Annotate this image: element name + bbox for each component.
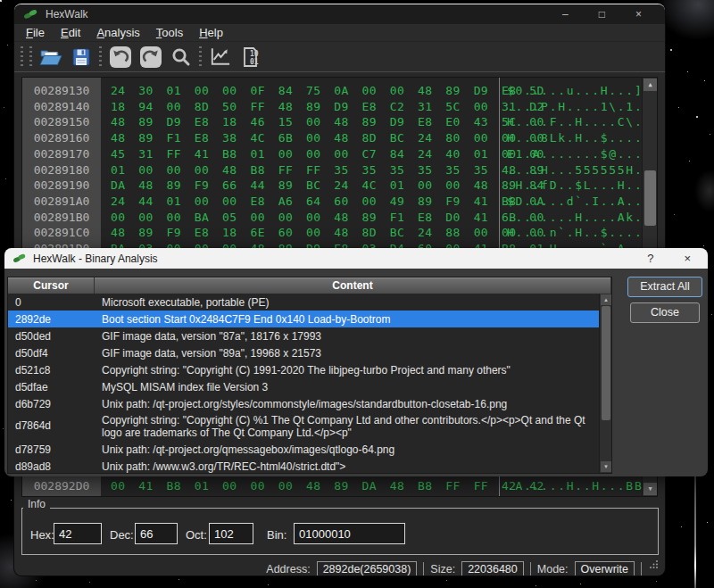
dialog-title-bar[interactable]: HexWalk - Binary Analysis ? × bbox=[4, 248, 708, 269]
redo-button[interactable] bbox=[138, 45, 162, 69]
hex-address: 00289190 bbox=[22, 178, 101, 194]
nebula-glow-right bbox=[694, 170, 714, 212]
dialog-help-button[interactable]: ? bbox=[647, 252, 653, 265]
hex-ascii[interactable]: ....H...555555H. bbox=[507, 162, 643, 178]
toolbar-drag-handle[interactable] bbox=[99, 46, 102, 68]
hex-bytes[interactable]: DA 48 89 F9 66 44 89 BC 24 4C 01 00 00 4… bbox=[111, 178, 544, 194]
table-row-selected[interactable]: 2892de Boot section Start 0x2484C7F9 End… bbox=[8, 311, 599, 327]
mode-value[interactable]: Overwrite bbox=[575, 561, 635, 576]
hex-ascii[interactable]: .A.....H..H...BB bbox=[507, 478, 643, 494]
close-dialog-button[interactable]: Close bbox=[630, 302, 700, 323]
menu-file[interactable]: File bbox=[18, 25, 53, 40]
dec-field[interactable] bbox=[135, 523, 178, 544]
table-row[interactable]: d50df4 GIF image data, version "89a", 19… bbox=[8, 344, 599, 361]
hex-bytes[interactable]: 18 94 00 8D 50 FF 48 89 D9 E8 C2 31 5C 0… bbox=[111, 99, 544, 115]
hex-row: 00289150 48 89 D9 E8 18 46 15 00 48 89 D… bbox=[22, 114, 657, 130]
row-content: GIF image data, version "87a", 18176 x 1… bbox=[95, 330, 599, 343]
toolbar-drag-handle[interactable] bbox=[199, 46, 202, 68]
table-row[interactable]: 0 Microsoft executable, portable (PE) bbox=[8, 294, 599, 311]
row-content: Unix path: /qt-project.org/styles/common… bbox=[95, 398, 599, 410]
scroll-up-icon[interactable]: ▲ bbox=[601, 294, 611, 305]
undo-button[interactable] bbox=[108, 45, 132, 69]
hex-row: 002892D0 00 41 B8 01 00 00 00 48 89 DA 4… bbox=[22, 478, 657, 494]
hex-address: 002892D0 bbox=[22, 478, 101, 494]
row-content: Unix path: /qt-project.org/qmessagebox/i… bbox=[95, 443, 599, 456]
menu-analysis[interactable]: Analysis bbox=[88, 25, 147, 40]
maximize-button[interactable]: □ bbox=[599, 8, 605, 21]
minimize-button[interactable]: – bbox=[562, 8, 569, 21]
hex-ascii[interactable]: ....P.H....1\.1. bbox=[507, 99, 643, 115]
table-row[interactable]: d50ded GIF image data, version "87a", 18… bbox=[8, 327, 599, 344]
open-folder-icon bbox=[39, 47, 62, 67]
search-button[interactable] bbox=[169, 45, 193, 69]
table-row[interactable]: d5dfae MySQL MISAM index file Version 3 bbox=[8, 378, 599, 395]
save-floppy-icon bbox=[71, 47, 91, 67]
title-bar[interactable]: HexWalk – □ × bbox=[14, 4, 665, 24]
hex-ascii[interactable]: BBBBH....60`.H.. bbox=[507, 494, 643, 497]
hex-address: 00289140 bbox=[22, 99, 101, 115]
size-value: 22036480 bbox=[461, 561, 524, 576]
extract-all-button[interactable]: Extract All bbox=[627, 277, 702, 297]
menu-help[interactable]: Help bbox=[191, 25, 231, 40]
analysis-chart-button[interactable] bbox=[208, 45, 232, 69]
table-row[interactable]: d7864d Copyright string: "Copyright (C) … bbox=[8, 412, 599, 441]
table-row[interactable]: d89ad8 Unix path: /www.w3.org/TR/REC-htm… bbox=[8, 458, 599, 473]
hex-bytes[interactable]: 24 30 01 00 00 0F 84 75 0A 00 00 48 89 D… bbox=[111, 83, 544, 99]
hex-converter-button[interactable]: 10 01 bbox=[238, 45, 262, 69]
content-column-header[interactable]: Content bbox=[95, 277, 611, 294]
hex-ascii[interactable]: $0.....u...H...] bbox=[507, 83, 643, 99]
row-cursor: d50df4 bbox=[8, 347, 95, 360]
bin-label: Bin: bbox=[267, 528, 286, 542]
bin-field[interactable] bbox=[294, 523, 405, 544]
dec-label: Dec: bbox=[110, 528, 134, 542]
row-content: Copyright string: "Copyright (C) 1991-20… bbox=[95, 364, 599, 377]
open-file-button[interactable] bbox=[38, 45, 62, 69]
hex-bytes[interactable]: 24 44 01 00 00 E8 A6 64 60 00 49 89 F9 4… bbox=[111, 194, 544, 210]
hex-bytes[interactable]: 01 00 00 00 48 B8 FF FF 35 35 35 35 35 3… bbox=[111, 162, 544, 178]
scroll-down-icon[interactable]: ▼ bbox=[601, 461, 611, 472]
hex-row: 002891B0 00 00 00 BA 05 00 00 00 48 89 F… bbox=[22, 210, 657, 226]
row-content: Unix path: /www.w3.org/TR/REC-html40/str… bbox=[95, 460, 599, 473]
hex-bytes[interactable]: 48 89 D9 E8 18 46 15 00 48 89 D9 E8 E0 4… bbox=[111, 114, 544, 130]
row-cursor: d6b729 bbox=[8, 398, 95, 410]
row-cursor: 2892de bbox=[8, 313, 95, 326]
save-file-button[interactable] bbox=[69, 45, 93, 69]
hex-row: 002891C0 48 89 F9 E8 18 6E 60 00 48 8D B… bbox=[22, 225, 657, 241]
hex-ascii[interactable]: ........H....Ak. bbox=[507, 210, 643, 226]
oct-field[interactable] bbox=[209, 523, 253, 544]
hex-ascii[interactable]: H....F..H....C\. bbox=[507, 114, 643, 130]
menu-tools[interactable]: Tools bbox=[148, 25, 191, 40]
hex-bytes[interactable]: 48 89 F1 E8 38 4C 6B 00 48 8D BC 24 80 0… bbox=[111, 130, 544, 146]
close-button[interactable]: × bbox=[635, 8, 642, 21]
toolbar-drag-handle[interactable] bbox=[29, 46, 32, 68]
toolbar-drag-handle[interactable] bbox=[21, 46, 23, 68]
scrollbar-thumb[interactable] bbox=[644, 170, 656, 226]
scroll-down-icon[interactable]: ▼ bbox=[643, 483, 657, 495]
hex-bytes[interactable]: 00 00 00 BA 05 00 00 00 48 89 F1 E8 D0 4… bbox=[111, 210, 544, 226]
table-row[interactable]: d78759 Unix path: /qt-project.org/qmessa… bbox=[8, 441, 599, 458]
hex-field[interactable] bbox=[54, 523, 102, 544]
hex-label: Hex: bbox=[30, 528, 54, 542]
starfield-bright bbox=[0, 0, 2, 2]
hex-bytes[interactable]: 42 42 42 42 48 89 FA E8 36 30 60 00 48 8… bbox=[111, 494, 544, 497]
table-row[interactable]: d521c8 Copyright string: "Copyright (C) … bbox=[8, 361, 599, 378]
hex-bytes[interactable]: 48 89 F9 E8 18 6E 60 00 48 8D BC 24 88 0… bbox=[111, 225, 544, 241]
hex-ascii[interactable]: $D.....d`.I..A.. bbox=[507, 194, 643, 210]
hex-bytes[interactable]: 45 31 FF 41 B8 01 00 00 00 C7 84 24 40 0… bbox=[111, 146, 544, 162]
menu-edit[interactable]: Edit bbox=[53, 25, 88, 40]
hex-row-partial: 002892E0 42 42 42 42 48 89 FA E8 36 30 6… bbox=[22, 494, 657, 497]
cursor-column-header[interactable]: Cursor bbox=[8, 277, 95, 294]
hex-bytes[interactable]: 00 41 B8 01 00 00 00 48 89 DA 48 B8 FF F… bbox=[111, 478, 544, 494]
scrollbar-thumb[interactable] bbox=[602, 306, 610, 420]
dialog-close-button[interactable]: × bbox=[684, 252, 691, 265]
hex-ascii[interactable]: .H..fD..$L...H.. bbox=[507, 178, 643, 194]
hex-address: 00289160 bbox=[22, 130, 101, 146]
scroll-up-icon[interactable]: ▲ bbox=[643, 79, 657, 91]
table-scrollbar[interactable]: ▲ ▼ bbox=[599, 294, 611, 473]
hex-ascii[interactable]: H....n`.H..$.... bbox=[507, 225, 643, 241]
hex-ascii[interactable]: H...8Lk.H..$.... bbox=[507, 130, 643, 146]
hex-address: 00289150 bbox=[22, 114, 101, 130]
resize-grip[interactable] bbox=[649, 559, 659, 569]
table-row[interactable]: d6b729 Unix path: /qt-project.org/styles… bbox=[8, 395, 599, 412]
hex-ascii[interactable]: E1.A.......$@... bbox=[507, 146, 643, 162]
